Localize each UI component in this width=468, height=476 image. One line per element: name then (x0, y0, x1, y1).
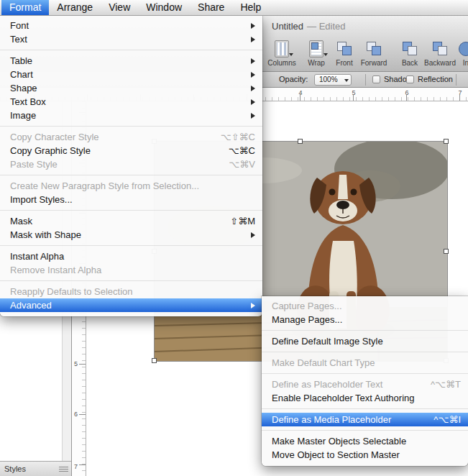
ruler-number: 7 (458, 89, 462, 96)
submenu-item-manage-pages[interactable]: Manage Pages... (262, 313, 468, 326)
menubar-item-window[interactable]: Window (138, 0, 190, 15)
submenu-item-move-object-to-section-master[interactable]: Move Object to Section Master (262, 448, 468, 462)
menu-item-shortcut: ⌥⌘V (229, 159, 255, 170)
menu-item-copy-character-style: Copy Character Style ⌥⇧⌘C (0, 130, 262, 144)
menu-item-label: Copy Graphic Style (10, 145, 91, 156)
menu-item-label: Advanced (10, 300, 52, 311)
menu-separator (0, 175, 262, 175)
menu-item-shortcut: ⌥⇧⌘C (221, 132, 255, 142)
ruler-number: 7 (74, 463, 78, 470)
submenu-item-make-default-chart-type: Make Default Chart Type (262, 356, 468, 370)
window-title: Untitled— Edited (272, 16, 346, 37)
toolbar-button-front[interactable]: Front (331, 40, 358, 70)
menu-item-instant-alpha[interactable]: Instant Alpha (0, 250, 262, 263)
submenu-item-make-master-objects-selectable[interactable]: Make Master Objects Selectable (262, 434, 468, 448)
menu-item-label: Paste Style (10, 159, 58, 170)
styles-bar[interactable]: Styles (0, 461, 71, 476)
menubar-item-view[interactable]: View (101, 0, 138, 15)
menubar-item-format[interactable]: Format (1, 0, 49, 15)
toolbar-label: Columns (263, 59, 300, 67)
toolbar-button-forward[interactable]: Forward (357, 40, 390, 70)
styles-label: Styles (4, 464, 26, 473)
shadow-checkbox[interactable] (372, 75, 380, 83)
menu-separator (0, 126, 262, 127)
dropdown-arrow-icon (344, 79, 349, 82)
opacity-label: Opacity: (279, 72, 308, 87)
menu-item-shortcut: ⌥⌘C (229, 145, 255, 156)
toolbar-label: Backward (423, 59, 456, 67)
menu-item-label: Manage Pages... (272, 314, 342, 325)
menu-item-font[interactable]: Font (0, 19, 262, 32)
menu-item-label: Image (10, 110, 36, 121)
selection-handle[interactable] (444, 249, 449, 254)
menu-item-import-styles[interactable]: Import Styles... (0, 193, 262, 206)
wrap-icon (305, 40, 328, 58)
selection-handle[interactable] (444, 139, 449, 144)
submenu-item-define-as-media-placeholder[interactable]: Define as Media Placeholder ^⌥⌘I (262, 413, 468, 426)
menu-item-text[interactable]: Text (0, 32, 262, 46)
menu-item-label: Make Master Objects Selectable (272, 436, 406, 447)
toolbar-label: Back (395, 59, 424, 67)
toolbar-label: Front (331, 59, 358, 67)
submenu-arrow-icon (251, 58, 255, 64)
resize-grip-icon[interactable] (59, 467, 68, 472)
menu-separator (0, 50, 262, 50)
submenu-arrow-icon (251, 232, 255, 238)
menubar-item-help[interactable]: Help (232, 0, 269, 15)
menu-item-advanced[interactable]: Advanced (0, 298, 262, 312)
columns-icon (270, 40, 293, 58)
menu-separator (0, 210, 262, 211)
document-title: Untitled (272, 21, 303, 32)
menu-item-image[interactable]: Image (0, 109, 262, 122)
toolbar-button-inspector[interactable]: In (454, 40, 468, 70)
toolbar-button-wrap[interactable]: Wrap (302, 40, 331, 70)
toolbar-button-columns[interactable]: Columns (263, 40, 300, 70)
menu-bar: Format Arrange View Window Share Help (0, 0, 468, 16)
menu-item-copy-graphic-style[interactable]: Copy Graphic Style ⌥⌘C (0, 144, 262, 157)
reflection-checkbox[interactable] (406, 75, 414, 83)
bring-front-icon (333, 40, 356, 58)
menu-separator (262, 330, 468, 331)
menu-item-reapply-defaults: Reapply Defaults to Selection (0, 285, 262, 298)
menu-item-shape[interactable]: Shape (0, 81, 262, 95)
menu-item-text-box[interactable]: Text Box (0, 95, 262, 109)
submenu-arrow-icon (251, 37, 255, 42)
menu-item-mask-with-shape[interactable]: Mask with Shape (0, 228, 262, 242)
menu-item-label: Make Default Chart Type (272, 357, 375, 368)
menu-item-label: Text Box (10, 96, 46, 107)
selection-handle[interactable] (152, 358, 157, 363)
menu-item-label: Table (10, 55, 32, 66)
menubar-item-share[interactable]: Share (190, 0, 232, 15)
menu-item-mask[interactable]: Mask ⇧⌘M (0, 214, 262, 228)
ruler-number: 5 (74, 360, 78, 367)
selection-handle[interactable] (298, 139, 303, 144)
menu-item-table[interactable]: Table (0, 54, 262, 68)
menu-item-chart[interactable]: Chart (0, 68, 262, 81)
submenu-arrow-icon (251, 72, 255, 78)
submenu-item-define-default-image-style[interactable]: Define Default Image Style (262, 334, 468, 348)
inspector-icon (454, 40, 468, 58)
toolbar-label: Forward (357, 59, 390, 67)
menu-item-label: Remove Instant Alpha (10, 265, 101, 275)
menu-item-label: Reapply Defaults to Selection (10, 286, 133, 297)
toolbar-label: In (454, 59, 468, 67)
opacity-dropdown[interactable]: 100% (314, 74, 352, 86)
menu-item-shortcut: ^⌥⌘I (433, 414, 461, 425)
submenu-arrow-icon (251, 303, 255, 308)
menubar-item-arrange[interactable]: Arrange (49, 0, 101, 15)
toolbar-button-backward[interactable]: Backward (423, 40, 456, 70)
advanced-submenu: Capture Pages... Manage Pages... Define … (262, 296, 468, 466)
screen: Untitled— Edited Columns Wrap Front Forw… (0, 0, 468, 476)
submenu-arrow-icon (251, 99, 255, 105)
ruler-number: 5 (352, 89, 355, 96)
toolbar-button-back[interactable]: Back (395, 40, 424, 70)
formatbar-divider (365, 74, 366, 86)
menu-item-label: Enable Placeholder Text Authoring (272, 393, 415, 403)
menu-item-label: Mask (10, 216, 32, 226)
submenu-item-capture-pages: Capture Pages... (262, 299, 468, 313)
ruler-number: 6 (405, 89, 408, 96)
menu-item-label: Import Styles... (10, 194, 73, 205)
menu-item-label: Create New Paragraph Style from Selectio… (10, 180, 199, 191)
submenu-item-enable-placeholder-text-authoring[interactable]: Enable Placeholder Text Authoring (262, 391, 468, 405)
submenu-arrow-icon (251, 113, 255, 119)
